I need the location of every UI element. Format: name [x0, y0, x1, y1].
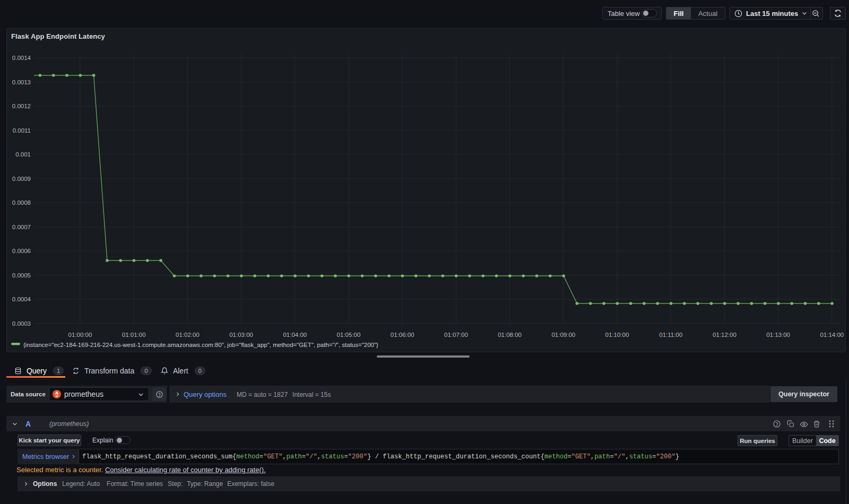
svg-text:01:13:00: 01:13:00 — [766, 332, 790, 338]
svg-text:01:03:00: 01:03:00 — [229, 332, 253, 338]
svg-text:0.0009: 0.0009 — [12, 176, 31, 182]
svg-text:0.0008: 0.0008 — [12, 199, 31, 206]
svg-text:0.0007: 0.0007 — [12, 224, 31, 230]
svg-text:0.0006: 0.0006 — [12, 248, 31, 254]
svg-text:0.0012: 0.0012 — [12, 103, 31, 109]
svg-text:0.0014: 0.0014 — [12, 55, 31, 61]
svg-text:0.0004: 0.0004 — [12, 296, 31, 302]
svg-text:01:04:00: 01:04:00 — [283, 332, 307, 338]
svg-text:01:11:00: 01:11:00 — [659, 332, 682, 338]
svg-text:01:05:00: 01:05:00 — [337, 332, 361, 338]
svg-text:01:00:00: 01:00:00 — [68, 332, 92, 338]
svg-text:0.0011: 0.0011 — [13, 127, 31, 134]
svg-text:0.0013: 0.0013 — [12, 79, 31, 85]
svg-text:0.0005: 0.0005 — [12, 272, 31, 279]
svg-text:01:08:00: 01:08:00 — [498, 332, 522, 338]
svg-text:0.0003: 0.0003 — [12, 320, 31, 327]
svg-text:0.001: 0.001 — [15, 151, 31, 158]
svg-text:01:07:00: 01:07:00 — [444, 332, 468, 338]
svg-text:01:14:00: 01:14:00 — [820, 332, 844, 338]
svg-text:01:02:00: 01:02:00 — [176, 332, 200, 338]
svg-text:01:10:00: 01:10:00 — [605, 332, 629, 338]
svg-text:01:12:00: 01:12:00 — [713, 332, 737, 338]
svg-text:01:01:00: 01:01:00 — [122, 332, 146, 338]
svg-text:{instance="ec2-184-169-216-224: {instance="ec2-184-169-216-224.us-west-1… — [23, 342, 378, 348]
svg-text:01:09:00: 01:09:00 — [551, 332, 575, 338]
svg-text:01:06:00: 01:06:00 — [391, 332, 414, 338]
